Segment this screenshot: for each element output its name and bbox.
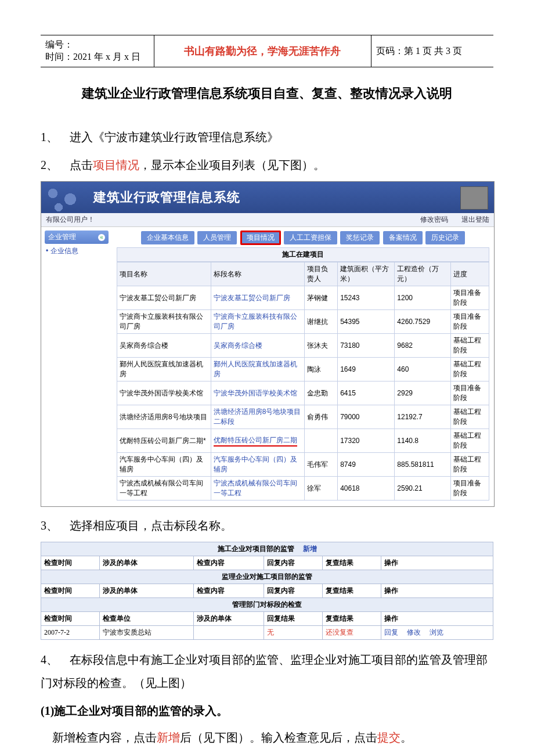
table-col-header: 项目负责人: [305, 262, 338, 286]
table-col-header: 检查内容: [194, 556, 264, 570]
table-col-header: 操作: [381, 612, 493, 626]
section-name-link[interactable]: 宁波商卡立服装科技有限公司厂房: [211, 310, 305, 334]
table-row: 吴家商务综合楼吴家商务综合楼张沐夫731809682基础工程阶段: [117, 334, 489, 358]
substep-1-heading: (1)施工企业对项目部的监管的录入。: [41, 699, 493, 722]
change-password-link[interactable]: 修改密码: [420, 215, 448, 224]
add-new-link[interactable]: 新增: [303, 545, 317, 553]
logout-link[interactable]: 退出登陆: [461, 215, 489, 224]
step-4: 4、 在标段信息中有施工企业对项目部的监管、监理企业对施工项目部的监管及管理部门…: [41, 648, 493, 694]
table-col-header: 涉及的单体: [194, 612, 264, 626]
doc-time: 时间：2021 年 x 月 x 日: [45, 51, 149, 63]
screenshot-1: 建筑业行政管理信息系统 有限公司用户！ 修改密码 退出登陆 企业管理 « • 企…: [41, 181, 495, 507]
section-name-link[interactable]: 优耐特压砖公司新厂房二期: [211, 429, 305, 453]
table-col-header: 复查结果: [323, 556, 381, 570]
header-page: 页码：第 1 页 共 3 页: [371, 35, 493, 67]
banner-photo: [460, 186, 488, 210]
projects-table: 项目名称标段名称项目负责人建筑面积（平方米）工程造价（万元）进度 宁波友基工贸公…: [117, 262, 489, 501]
sidebar-header[interactable]: 企业管理 «: [45, 231, 109, 244]
table-col-header: 复查结果: [323, 584, 381, 598]
tab-personnel[interactable]: 人员管理: [197, 231, 237, 244]
table-col-header: 涉及的单体: [99, 556, 193, 570]
table-col-header: 项目名称: [117, 262, 211, 286]
tab-bar: 企业基本信息 人员管理 项目情况 人工工资担保 奖惩记录 备案情况 历史记录: [117, 231, 489, 245]
app-banner: 建筑业行政管理信息系统: [41, 182, 494, 213]
section-name-link[interactable]: 鄞州人民医院直线加速器机房: [211, 358, 305, 381]
table-col-header: 检查时间: [41, 556, 100, 570]
header-motto: 书山有路勤为径，学海无涯苦作舟: [154, 35, 371, 67]
user-greeting: 有限公司用户！: [46, 215, 95, 225]
reply-link[interactable]: 回复: [384, 628, 398, 636]
table-row: 优耐特压砖公司新厂房二期*优耐特压砖公司新厂房二期173201140.8基础工程…: [117, 429, 489, 453]
table-col-header: 复查结果: [323, 612, 381, 626]
row-actions: 回复 修改 浏览: [381, 626, 493, 640]
table-col-header: 操作: [381, 556, 493, 570]
section-2-header: 监理企业对施工项目部的监管: [41, 570, 493, 584]
sidebar-item-company-info[interactable]: • 企业信息: [45, 244, 109, 258]
user-bar: 有限公司用户！ 修改密码 退出登陆: [41, 213, 494, 227]
table-title: 施工在建项目: [117, 247, 489, 262]
table-row: 洪塘经济适用房8号地块项目洪塘经济适用房8号地块项目二标段俞勇伟79000121…: [117, 405, 489, 429]
table-row: 宁波商卡立服装科技有限公司厂房宁波商卡立服装科技有限公司厂房谢继抗5439542…: [117, 310, 489, 334]
table-col-header: 检查时间: [41, 612, 100, 626]
doc-header-table: 编号： 时间：2021 年 x 月 x 日 书山有路勤为径，学海无涯苦作舟 页码…: [41, 35, 493, 67]
table-col-header: 操作: [381, 584, 493, 598]
edit-link[interactable]: 修改: [407, 628, 421, 636]
doc-id: 编号：: [45, 39, 149, 51]
substep-1-body: 新增检查内容，点击新增后（见下图）。输入检查意见后，点击提交。: [41, 726, 493, 749]
collapse-icon[interactable]: «: [98, 234, 105, 241]
table-col-header: 检查时间: [41, 584, 100, 598]
step-3: 3、 选择相应项目，点击标段名称。: [41, 514, 493, 537]
sidebar: 企业管理 « • 企业信息: [41, 227, 112, 262]
section-name-link[interactable]: 宁波杰成机械有限公司车间一等工程: [211, 477, 305, 501]
tab-filing[interactable]: 备案情况: [383, 231, 423, 244]
table-col-header: 涉及的单体: [99, 584, 193, 598]
section-name-link[interactable]: 汽车服务中心车间（四）及辅房: [211, 453, 305, 477]
section-name-link[interactable]: 宁波华茂外国语学校美术馆: [211, 381, 305, 405]
tab-basic-info[interactable]: 企业基本信息: [141, 231, 194, 244]
table-row: 宁波杰成机械有限公司车间一等工程宁波杰成机械有限公司车间一等工程徐军406182…: [117, 477, 489, 501]
app-title: 建筑业行政管理信息系统: [93, 189, 240, 206]
inspection-row: 2007-7-2 宁波市安质总站 无 还没复查 回复 修改 浏览: [41, 626, 493, 640]
table-col-header: 回复内容: [264, 584, 323, 598]
section-1-header: 施工企业对项目部的监管 新增: [41, 542, 493, 556]
table-row: 汽车服务中心车间（四）及辅房汽车服务中心车间（四）及辅房毛伟军8749885.5…: [117, 453, 489, 477]
table-row: 宁波友基工贸公司新厂房宁波友基工贸公司新厂房茅钢健152431200项目准备阶段: [117, 286, 489, 310]
tab-history[interactable]: 历史记录: [425, 231, 465, 244]
section-name-link[interactable]: 洪塘经济适用房8号地块项目二标段: [211, 405, 305, 429]
table-col-header: 标段名称: [211, 262, 305, 286]
table-col-header: 检查内容: [194, 584, 264, 598]
table-col-header: 建筑面积（平方米）: [338, 262, 395, 286]
section-name-link[interactable]: 宁波友基工贸公司新厂房: [211, 286, 305, 310]
table-col-header: 回复内容: [264, 556, 323, 570]
screenshot-2: 施工企业对项目部的监管 新增 检查时间涉及的单体检查内容回复内容复查结果操作 监…: [41, 542, 493, 640]
tab-project-status[interactable]: 项目情况: [240, 231, 281, 245]
section-name-link[interactable]: 吴家商务综合楼: [211, 334, 305, 358]
step-2: 2、 点击项目情况，显示本企业项目列表（见下图）。: [41, 153, 493, 177]
tab-rewards[interactable]: 奖惩记录: [340, 231, 380, 244]
browse-link[interactable]: 浏览: [430, 628, 443, 636]
table-col-header: 进度: [451, 262, 489, 286]
logo-graphic: [41, 182, 88, 213]
table-row: 鄞州人民医院直线加速器机房鄞州人民医院直线加速器机房陶泳1649460基础工程阶…: [117, 358, 489, 381]
table-row: 宁波华茂外国语学校美术馆宁波华茂外国语学校美术馆金忠勤64152929项目准备阶…: [117, 381, 489, 405]
table-col-header: 工程造价（万元）: [395, 262, 451, 286]
doc-title: 建筑业企业行政管理信息系统项目自查、复查、整改情况录入说明: [41, 85, 493, 102]
table-col-header: 回复结果: [264, 612, 323, 626]
tab-wage-guarantee[interactable]: 人工工资担保: [284, 231, 337, 244]
header-left-cell: 编号： 时间：2021 年 x 月 x 日: [41, 35, 154, 67]
table-col-header: 检查单位: [99, 612, 193, 626]
section-3-header: 管理部门对标段的检查: [41, 598, 493, 612]
step-1: 1、 进入《宁波市建筑业行政管理信息系统》: [41, 125, 493, 149]
